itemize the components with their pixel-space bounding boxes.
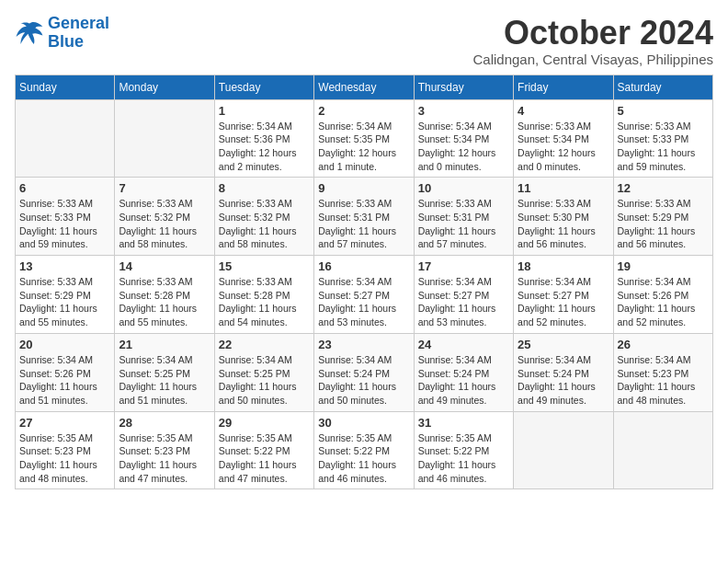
calendar-cell: 14Sunrise: 5:33 AMSunset: 5:28 PMDayligh… xyxy=(115,256,214,334)
day-info: Sunrise: 5:33 AMSunset: 5:32 PMDaylight:… xyxy=(119,197,210,251)
day-number: 3 xyxy=(418,104,509,118)
calendar-cell: 21Sunrise: 5:34 AMSunset: 5:25 PMDayligh… xyxy=(115,333,214,411)
calendar-cell: 7Sunrise: 5:33 AMSunset: 5:32 PMDaylight… xyxy=(115,178,214,256)
calendar-cell: 28Sunrise: 5:35 AMSunset: 5:23 PMDayligh… xyxy=(115,411,214,489)
location: Calidngan, Central Visayas, Philippines xyxy=(472,52,713,67)
day-info: Sunrise: 5:34 AMSunset: 5:36 PMDaylight:… xyxy=(219,120,310,174)
day-number: 28 xyxy=(119,416,210,430)
calendar-cell: 5Sunrise: 5:33 AMSunset: 5:33 PMDaylight… xyxy=(613,99,712,178)
calendar-cell: 6Sunrise: 5:33 AMSunset: 5:33 PMDaylight… xyxy=(16,178,115,256)
day-number: 13 xyxy=(19,259,110,273)
calendar-body: 1Sunrise: 5:34 AMSunset: 5:36 PMDaylight… xyxy=(16,99,713,489)
logo: General Blue xyxy=(15,15,109,52)
calendar-cell: 24Sunrise: 5:34 AMSunset: 5:24 PMDayligh… xyxy=(414,333,513,411)
page-header: General Blue October 2024 Calidngan, Cen… xyxy=(15,15,713,67)
calendar-cell: 19Sunrise: 5:34 AMSunset: 5:26 PMDayligh… xyxy=(613,256,712,334)
day-info: Sunrise: 5:33 AMSunset: 5:28 PMDaylight:… xyxy=(119,275,210,329)
day-info: Sunrise: 5:34 AMSunset: 5:35 PMDaylight:… xyxy=(318,120,409,174)
month-title: October 2024 xyxy=(472,15,713,52)
calendar-cell: 9Sunrise: 5:33 AMSunset: 5:31 PMDaylight… xyxy=(314,178,414,256)
day-info: Sunrise: 5:33 AMSunset: 5:32 PMDaylight:… xyxy=(219,197,310,251)
calendar-cell xyxy=(16,99,115,178)
day-info: Sunrise: 5:34 AMSunset: 5:25 PMDaylight:… xyxy=(219,353,310,408)
calendar-cell: 12Sunrise: 5:33 AMSunset: 5:29 PMDayligh… xyxy=(613,178,712,256)
day-info: Sunrise: 5:34 AMSunset: 5:27 PMDaylight:… xyxy=(318,275,409,329)
weekday-header: Monday xyxy=(115,75,214,99)
day-info: Sunrise: 5:34 AMSunset: 5:23 PMDaylight:… xyxy=(618,353,709,408)
calendar-cell: 2Sunrise: 5:34 AMSunset: 5:35 PMDaylight… xyxy=(314,99,414,178)
day-number: 1 xyxy=(219,104,310,118)
title-block: October 2024 Calidngan, Central Visayas,… xyxy=(472,15,713,67)
calendar-cell: 10Sunrise: 5:33 AMSunset: 5:31 PMDayligh… xyxy=(414,178,513,256)
calendar-cell: 16Sunrise: 5:34 AMSunset: 5:27 PMDayligh… xyxy=(314,256,414,334)
calendar-cell: 31Sunrise: 5:35 AMSunset: 5:22 PMDayligh… xyxy=(414,411,513,489)
day-info: Sunrise: 5:34 AMSunset: 5:24 PMDaylight:… xyxy=(518,353,609,408)
day-info: Sunrise: 5:33 AMSunset: 5:33 PMDaylight:… xyxy=(19,197,110,251)
day-info: Sunrise: 5:35 AMSunset: 5:22 PMDaylight:… xyxy=(318,431,409,486)
day-number: 4 xyxy=(518,104,609,118)
day-info: Sunrise: 5:34 AMSunset: 5:26 PMDaylight:… xyxy=(618,275,709,329)
calendar-week-row: 20Sunrise: 5:34 AMSunset: 5:26 PMDayligh… xyxy=(16,333,713,411)
calendar-cell: 26Sunrise: 5:34 AMSunset: 5:23 PMDayligh… xyxy=(613,333,712,411)
day-number: 26 xyxy=(618,338,709,351)
day-number: 27 xyxy=(19,416,110,430)
day-number: 30 xyxy=(318,416,409,430)
weekday-header: Sunday xyxy=(16,75,115,99)
day-info: Sunrise: 5:34 AMSunset: 5:26 PMDaylight:… xyxy=(19,353,110,408)
calendar-cell xyxy=(514,411,613,489)
day-info: Sunrise: 5:34 AMSunset: 5:25 PMDaylight:… xyxy=(119,353,210,408)
calendar-cell: 22Sunrise: 5:34 AMSunset: 5:25 PMDayligh… xyxy=(214,333,313,411)
day-info: Sunrise: 5:33 AMSunset: 5:31 PMDaylight:… xyxy=(318,197,409,251)
calendar-cell: 20Sunrise: 5:34 AMSunset: 5:26 PMDayligh… xyxy=(16,333,115,411)
day-number: 23 xyxy=(318,338,409,351)
day-info: Sunrise: 5:33 AMSunset: 5:28 PMDaylight:… xyxy=(219,275,310,329)
day-info: Sunrise: 5:33 AMSunset: 5:33 PMDaylight:… xyxy=(618,120,709,174)
day-number: 31 xyxy=(418,416,509,430)
day-info: Sunrise: 5:34 AMSunset: 5:24 PMDaylight:… xyxy=(318,353,409,408)
day-info: Sunrise: 5:35 AMSunset: 5:23 PMDaylight:… xyxy=(119,431,210,486)
weekday-header: Thursday xyxy=(414,75,513,99)
day-number: 5 xyxy=(618,104,709,118)
day-number: 15 xyxy=(219,259,310,273)
weekday-header: Wednesday xyxy=(314,75,414,99)
calendar-cell: 4Sunrise: 5:33 AMSunset: 5:34 PMDaylight… xyxy=(514,99,613,178)
calendar-week-row: 27Sunrise: 5:35 AMSunset: 5:23 PMDayligh… xyxy=(16,411,713,489)
day-number: 8 xyxy=(219,181,310,195)
calendar-cell: 27Sunrise: 5:35 AMSunset: 5:23 PMDayligh… xyxy=(16,411,115,489)
calendar-cell: 25Sunrise: 5:34 AMSunset: 5:24 PMDayligh… xyxy=(514,333,613,411)
day-info: Sunrise: 5:34 AMSunset: 5:24 PMDaylight:… xyxy=(418,353,509,408)
weekday-header: Tuesday xyxy=(214,75,313,99)
calendar-cell: 11Sunrise: 5:33 AMSunset: 5:30 PMDayligh… xyxy=(514,178,613,256)
calendar-cell: 13Sunrise: 5:33 AMSunset: 5:29 PMDayligh… xyxy=(16,256,115,334)
calendar-cell: 23Sunrise: 5:34 AMSunset: 5:24 PMDayligh… xyxy=(314,333,414,411)
day-info: Sunrise: 5:34 AMSunset: 5:34 PMDaylight:… xyxy=(418,120,509,174)
day-number: 25 xyxy=(518,338,609,351)
calendar-cell: 8Sunrise: 5:33 AMSunset: 5:32 PMDaylight… xyxy=(214,178,313,256)
day-info: Sunrise: 5:33 AMSunset: 5:29 PMDaylight:… xyxy=(618,197,709,251)
calendar-week-row: 13Sunrise: 5:33 AMSunset: 5:29 PMDayligh… xyxy=(16,256,713,334)
day-info: Sunrise: 5:35 AMSunset: 5:23 PMDaylight:… xyxy=(19,431,110,486)
logo-text: General Blue xyxy=(48,15,109,52)
day-info: Sunrise: 5:35 AMSunset: 5:22 PMDaylight:… xyxy=(219,431,310,486)
calendar-cell: 15Sunrise: 5:33 AMSunset: 5:28 PMDayligh… xyxy=(214,256,313,334)
day-number: 19 xyxy=(618,259,709,273)
weekday-row: SundayMondayTuesdayWednesdayThursdayFrid… xyxy=(16,75,713,99)
day-number: 6 xyxy=(19,181,110,195)
day-number: 21 xyxy=(119,338,210,351)
day-number: 20 xyxy=(19,338,110,351)
calendar-cell xyxy=(115,99,214,178)
calendar-cell: 30Sunrise: 5:35 AMSunset: 5:22 PMDayligh… xyxy=(314,411,414,489)
day-number: 22 xyxy=(219,338,310,351)
day-number: 10 xyxy=(418,181,509,195)
day-number: 14 xyxy=(119,259,210,273)
calendar-cell: 29Sunrise: 5:35 AMSunset: 5:22 PMDayligh… xyxy=(214,411,313,489)
calendar-table: SundayMondayTuesdayWednesdayThursdayFrid… xyxy=(15,75,713,490)
calendar-cell: 3Sunrise: 5:34 AMSunset: 5:34 PMDaylight… xyxy=(414,99,513,178)
day-number: 2 xyxy=(318,104,409,118)
day-number: 18 xyxy=(518,259,609,273)
day-number: 16 xyxy=(318,259,409,273)
calendar-week-row: 6Sunrise: 5:33 AMSunset: 5:33 PMDaylight… xyxy=(16,178,713,256)
calendar-cell: 1Sunrise: 5:34 AMSunset: 5:36 PMDaylight… xyxy=(214,99,313,178)
day-info: Sunrise: 5:34 AMSunset: 5:27 PMDaylight:… xyxy=(518,275,609,329)
day-info: Sunrise: 5:33 AMSunset: 5:34 PMDaylight:… xyxy=(518,120,609,174)
